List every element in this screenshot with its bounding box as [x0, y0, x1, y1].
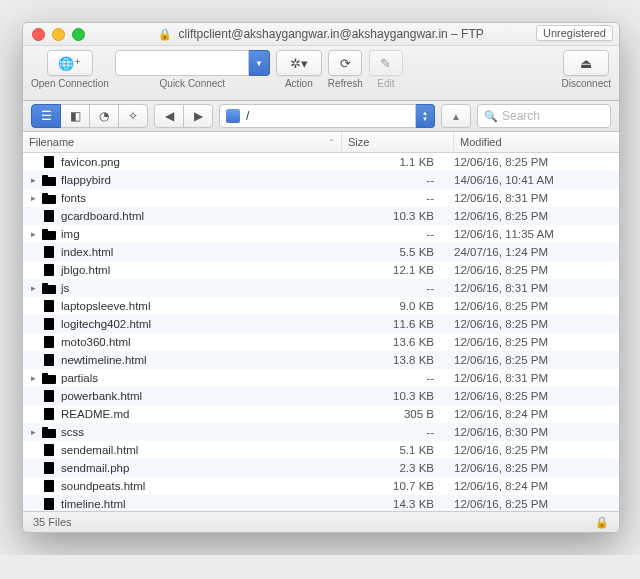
- file-name: flappybird: [61, 174, 111, 186]
- refresh-label: Refresh: [328, 78, 363, 89]
- file-size: 13.8 KB: [322, 354, 448, 366]
- file-icon: [41, 335, 57, 349]
- open-connection-button[interactable]: 🌐⁺: [47, 50, 93, 76]
- table-row[interactable]: jblgo.html12.1 KB12/06/16, 8:25 PM: [23, 261, 619, 279]
- folder-icon: [41, 227, 57, 241]
- table-row[interactable]: README.md305 B12/06/16, 8:24 PM: [23, 405, 619, 423]
- edit-label: Edit: [377, 78, 394, 89]
- file-modified: 12/06/16, 11:35 AM: [448, 228, 619, 240]
- table-row[interactable]: powerbank.html10.3 KB12/06/16, 8:25 PM: [23, 387, 619, 405]
- table-row[interactable]: timeline.html14.3 KB12/06/16, 8:25 PM: [23, 495, 619, 511]
- file-size: --: [322, 174, 448, 186]
- volume-icon: [226, 109, 240, 123]
- table-row[interactable]: laptopsleeve.html9.0 KB12/06/16, 8:25 PM: [23, 297, 619, 315]
- view-bar: ☰ ◧ ◔ ✧ ◀ ▶ / ▲▼ ▲ 🔍 Search: [23, 101, 619, 132]
- minimize-window-button[interactable]: [52, 28, 65, 41]
- disclosure-triangle-icon[interactable]: ▸: [27, 283, 39, 293]
- gear-icon: ✲▾: [290, 56, 308, 71]
- table-row[interactable]: ▸scss--12/06/16, 8:30 PM: [23, 423, 619, 441]
- path-value: /: [246, 109, 249, 123]
- go-up-button[interactable]: ▲: [441, 104, 471, 128]
- disclosure-triangle-icon[interactable]: ▸: [27, 175, 39, 185]
- disconnect-button[interactable]: ⏏: [563, 50, 609, 76]
- header-size[interactable]: Size: [342, 132, 454, 152]
- file-size: 5.1 KB: [322, 444, 448, 456]
- unregistered-badge[interactable]: Unregistered: [536, 25, 613, 41]
- padlock-icon: 🔒: [595, 516, 609, 529]
- file-size: --: [322, 426, 448, 438]
- file-icon: [41, 479, 57, 493]
- view-bonjour-button[interactable]: ✧: [119, 104, 148, 128]
- refresh-button[interactable]: ⟳: [328, 50, 362, 76]
- file-icon: [41, 263, 57, 277]
- table-row[interactable]: ▸img--12/06/16, 11:35 AM: [23, 225, 619, 243]
- file-modified: 12/06/16, 8:31 PM: [448, 192, 619, 204]
- quick-connect-field[interactable]: [115, 50, 249, 76]
- file-name: partials: [61, 372, 98, 384]
- file-icon: [41, 389, 57, 403]
- zoom-window-button[interactable]: [72, 28, 85, 41]
- file-size: 14.3 KB: [322, 498, 448, 510]
- folder-icon: [41, 191, 57, 205]
- edit-button[interactable]: ✎: [369, 50, 403, 76]
- file-icon: [41, 245, 57, 259]
- table-row[interactable]: sendmail.php2.3 KB12/06/16, 8:25 PM: [23, 459, 619, 477]
- table-row[interactable]: soundpeats.html10.7 KB12/06/16, 8:24 PM: [23, 477, 619, 495]
- view-history-button[interactable]: ◔: [90, 104, 119, 128]
- status-count: 35 Files: [33, 516, 72, 528]
- header-modified[interactable]: Modified: [454, 132, 619, 152]
- file-size: 5.5 KB: [322, 246, 448, 258]
- header-filename[interactable]: Filename ⌃: [23, 132, 342, 152]
- quick-connect-label: Quick Connect: [160, 78, 226, 89]
- path-dropdown[interactable]: ▲▼: [416, 104, 435, 128]
- file-list[interactable]: favicon.png1.1 KB12/06/16, 8:25 PM▸flapp…: [23, 153, 619, 511]
- file-modified: 12/06/16, 8:25 PM: [448, 210, 619, 222]
- view-bookmarks-button[interactable]: ◧: [61, 104, 90, 128]
- table-row[interactable]: moto360.html13.6 KB12/06/16, 8:25 PM: [23, 333, 619, 351]
- file-name: sendemail.html: [61, 444, 138, 456]
- disclosure-triangle-icon[interactable]: ▸: [27, 229, 39, 239]
- disclosure-triangle-icon[interactable]: ▸: [27, 373, 39, 383]
- file-name: img: [61, 228, 80, 240]
- quick-connect-dropdown[interactable]: ▼: [249, 50, 270, 76]
- file-modified: 12/06/16, 8:31 PM: [448, 282, 619, 294]
- nav-back-button[interactable]: ◀: [154, 104, 184, 128]
- table-row[interactable]: newtimeline.html13.8 KB12/06/16, 8:25 PM: [23, 351, 619, 369]
- file-icon: [41, 353, 57, 367]
- table-row[interactable]: ▸partials--12/06/16, 8:31 PM: [23, 369, 619, 387]
- file-name: moto360.html: [61, 336, 131, 348]
- file-size: --: [322, 282, 448, 294]
- header-filename-label: Filename: [29, 136, 74, 148]
- file-icon: [41, 317, 57, 331]
- file-size: 2.3 KB: [322, 462, 448, 474]
- table-row[interactable]: sendemail.html5.1 KB12/06/16, 8:25 PM: [23, 441, 619, 459]
- file-size: 11.6 KB: [322, 318, 448, 330]
- table-row[interactable]: ▸js--12/06/16, 8:31 PM: [23, 279, 619, 297]
- file-modified: 12/06/16, 8:25 PM: [448, 264, 619, 276]
- file-name: newtimeline.html: [61, 354, 147, 366]
- table-row[interactable]: favicon.png1.1 KB12/06/16, 8:25 PM: [23, 153, 619, 171]
- file-size: 12.1 KB: [322, 264, 448, 276]
- view-mode-segment: ☰ ◧ ◔ ✧: [31, 104, 148, 128]
- nav-forward-button[interactable]: ▶: [184, 104, 213, 128]
- image-icon: [41, 155, 57, 169]
- table-row[interactable]: logitechg402.html11.6 KB12/06/16, 8:25 P…: [23, 315, 619, 333]
- file-modified: 12/06/16, 8:24 PM: [448, 480, 619, 492]
- disclosure-triangle-icon[interactable]: ▸: [27, 193, 39, 203]
- file-size: --: [322, 228, 448, 240]
- file-modified: 12/06/16, 8:25 PM: [448, 444, 619, 456]
- search-field[interactable]: 🔍 Search: [477, 104, 611, 128]
- folder-icon: [41, 173, 57, 187]
- table-row[interactable]: gcardboard.html10.3 KB12/06/16, 8:25 PM: [23, 207, 619, 225]
- table-row[interactable]: ▸flappybird--14/06/16, 10:41 AM: [23, 171, 619, 189]
- action-button[interactable]: ✲▾: [276, 50, 322, 76]
- path-field[interactable]: /: [219, 104, 416, 128]
- file-size: --: [322, 192, 448, 204]
- main-toolbar: 🌐⁺ Open Connection ▼ Quick Connect ✲▾ Ac…: [23, 46, 619, 101]
- sort-indicator-icon: ⌃: [328, 138, 335, 147]
- view-list-button[interactable]: ☰: [31, 104, 61, 128]
- close-window-button[interactable]: [32, 28, 45, 41]
- table-row[interactable]: index.html5.5 KB24/07/16, 1:24 PM: [23, 243, 619, 261]
- disclosure-triangle-icon[interactable]: ▸: [27, 427, 39, 437]
- table-row[interactable]: ▸fonts--12/06/16, 8:31 PM: [23, 189, 619, 207]
